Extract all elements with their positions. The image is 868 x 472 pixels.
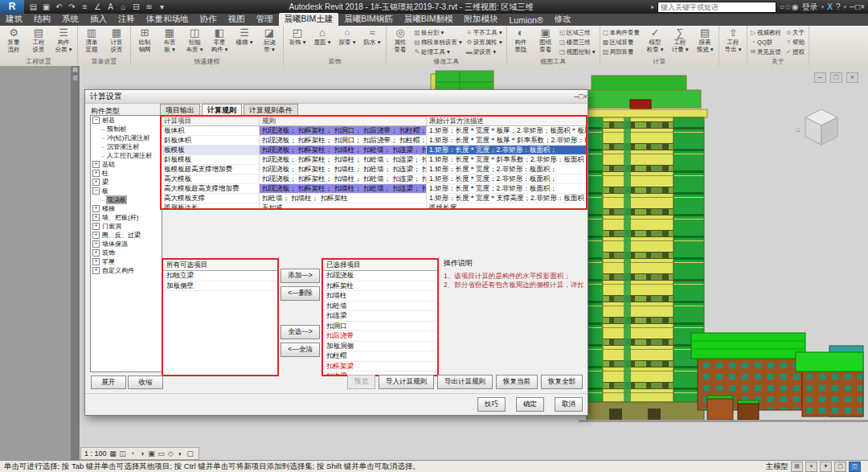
ribbon-tab[interactable]: 结构 [28,13,56,26]
decoration-button[interactable]: ◰装饰 ▾ [285,27,309,47]
table-row[interactable]: 弧形板边长无扣减弧线长度 [162,203,586,210]
list-item[interactable]: 扣连梁 [323,311,437,322]
sun-path-icon[interactable]: ◔ [128,449,137,458]
table-row[interactable]: 斜板模板扣现浇板； 扣框架柱； 扣墙柱； 扣砼墙； 扣连梁； 扣洞口； 加板洞侧… [162,155,586,165]
save-icon[interactable]: ▣ [40,2,52,11]
crop-region-icon[interactable]: ▭ [157,449,166,458]
selection-filter-icon[interactable]: ▼ [820,462,832,472]
tree-item[interactable]: –人工挖孔灌注桩 [91,151,162,160]
table-row[interactable]: 高大模板超高支撑增加费扣现浇板； 扣框架柱； 扣墙柱； 扣砼墙； 扣连梁； 扣洞… [162,184,586,194]
region-3d-button[interactable]: ◱区域三维 [559,28,598,37]
tree-item[interactable]: −板 [91,187,162,195]
slab-split-button[interactable]: ▥板分割 ▾ [413,28,465,37]
dialog-title-bar[interactable]: 计算设置 ─□× [85,90,588,104]
table-row[interactable]: 板模板超高支撑增加费扣现浇板； 扣框架柱； 扣墙柱； 扣砼墙； 扣连梁； 扣洞口… [162,165,586,174]
region-quantity-button[interactable]: ▩区域算量 [602,38,643,47]
beam-settings-button[interactable]: ▬梁设置 ▾ [465,47,505,56]
post-cast-strip-button[interactable]: ◪后浇 带 ▾ [257,27,281,53]
set-properties-button[interactable]: ⚙设置属性 ▾ [465,38,505,47]
editable-only-icon[interactable]: ▢ [834,462,846,472]
section-icon[interactable]: ⊟ [130,2,142,11]
license-button[interactable]: ✓授权 [784,47,807,56]
ribbon-tab[interactable]: 插入 [84,13,113,26]
export-rules-button[interactable]: 导出计算规则 [437,375,493,389]
place-slab-button[interactable]: ▦布置 板 ▾ [158,27,182,53]
help-icon[interactable]: ? [836,2,841,11]
collapse-icon[interactable]: − [92,187,100,195]
partial-quantity-button[interactable]: ▨局部算量 [602,47,643,56]
about-button[interactable]: ⊙关于 [784,28,807,37]
tree-item[interactable]: –冲(钻)孔灌注桩 [91,133,162,142]
component-category-button[interactable]: ☰构件 分类 ▾ [51,27,76,53]
help-button[interactable]: ?帮助 [784,38,807,47]
undo-icon[interactable]: ↶ [53,2,65,11]
default-3d-view-icon[interactable]: ⌂ [117,2,129,11]
table-row[interactable]: 斜板体积扣现浇板； 扣框架柱； 扣洞口； 扣后浇带； 扣柱帽； 扣砼墙； 扣墙柱… [162,136,586,146]
list-item[interactable]: 扣框架柱 [323,281,437,292]
clear-all-button[interactable]: <—全清 [280,343,320,357]
ok-button[interactable]: 确定 [516,397,544,412]
customize-qat-icon[interactable]: ▾ [156,2,168,11]
expand-icon[interactable]: + [92,240,100,248]
viewcube[interactable]: ⌂ [794,103,842,151]
tree-item[interactable]: –沉管灌注桩 [91,142,162,151]
favorites-icon[interactable]: ☆ [784,2,792,11]
probe-button[interactable]: ○探查 ▾ [335,27,359,47]
design-options-icon[interactable]: ▾ [805,462,817,472]
view-restore-icon[interactable]: □ [830,72,842,83]
list-item[interactable]: 扣框架梁 [323,362,437,372]
crop-view-icon[interactable]: ▣ [147,449,157,458]
tree-item[interactable]: +楼梯 [91,204,162,213]
expand-icon[interactable]: + [92,223,100,230]
main-model-selector[interactable]: 主模型 [766,462,789,472]
expand-icon[interactable]: + [92,179,100,186]
sign-in-button[interactable]: 登录 [802,2,818,13]
exchange-apps-icon[interactable]: X [827,2,833,11]
project-quantity-button[interactable]: ∑工程 计量 ▾ [668,27,692,53]
tree-item[interactable]: +梁 [91,178,162,187]
analytical-model-icon[interactable]: ▢ [186,449,195,458]
tree-item[interactable]: +门窗洞 [91,222,162,231]
expand-icon[interactable]: + [92,170,100,177]
table-row[interactable]: 板体积扣现浇板； 扣框架柱； 扣洞口； 扣后浇带； 扣柱帽； 扣砼墙； 扣墙柱1… [162,126,586,136]
component-visibility-button[interactable]: ◐构件 显隐 [509,27,533,53]
align-tools-button[interactable]: ≡平齐工具 ▾ [465,28,505,37]
list-item[interactable]: 加板侧壁 [163,281,277,292]
model-check-button[interactable]: ✓模型 检查 ▾ [643,27,667,53]
collapsed-panel-strip[interactable]: ▤ ▥ [71,66,80,461]
tree-item[interactable]: +基础 [91,160,162,169]
profile-icon[interactable]: ◉ [792,2,799,11]
project-browser-icon[interactable]: ▥ [72,75,78,80]
reveal-hidden-icon[interactable]: ◐ [176,449,186,458]
process-tools-button[interactable]: ✎处理工具 ▾ [413,47,465,56]
misc-component-button[interactable]: ◧零星 构件 ▾ [207,27,231,53]
measure-icon[interactable]: ∠ [92,2,104,11]
project-settings-button[interactable]: ▤工程 设置 [27,27,51,53]
feedback-button[interactable]: ✉意见反馈 [749,47,784,56]
expand-icon[interactable]: + [92,249,100,257]
video-tutorial-button[interactable]: ▷视频教程 [749,28,784,37]
collapse-icon[interactable]: − [92,117,100,124]
view-control-button[interactable]: ◳视图控制 ▾ [559,47,598,56]
tree-item[interactable]: +柱 [91,169,162,178]
worksets-icon[interactable]: ▤ [791,462,803,472]
view-minimize-icon[interactable]: ─ [814,72,826,83]
list-item[interactable]: 扣柱帽 [323,351,437,362]
properties-panel-icon[interactable]: ▤ [72,67,78,72]
scale-label[interactable]: 1 : 100 [84,449,107,458]
detail-level-icon[interactable]: ▦ [108,449,118,458]
thin-lines-icon[interactable]: ≋ [143,2,155,11]
tree-item[interactable]: +零星 [91,257,162,266]
expand-icon[interactable]: + [92,205,100,212]
stair-button[interactable]: ☰楼梯 ▾ [232,27,256,47]
property-view-button[interactable]: ◎属性 查看 [388,27,412,53]
ribbon-tab[interactable]: 修改 [549,13,577,26]
add-button[interactable]: 添加—> [280,269,320,283]
tips-button[interactable]: 技巧 [477,397,506,412]
ribbon-tab[interactable]: 体量和场地 [141,13,194,26]
project-export-button[interactable]: ⇧工程 导出 ▾ [721,27,745,53]
expand-icon[interactable]: + [92,258,100,265]
ribbon-tab[interactable]: 晨曦BIM土建 [279,13,339,26]
drawing-view-button[interactable]: ▣图纸 查看 [534,27,558,53]
list-item[interactable]: 扣墙柱 [323,291,437,302]
